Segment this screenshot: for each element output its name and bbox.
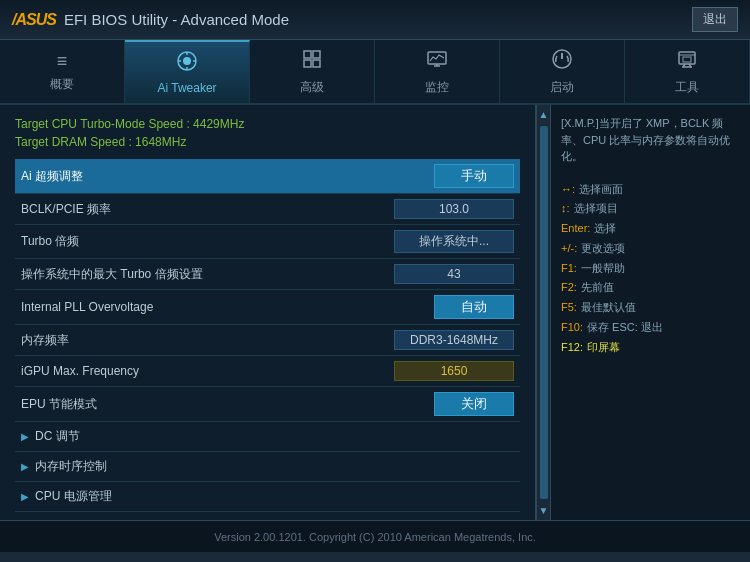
nav-bar: ≡ 概要 Ai Tweaker 高级 bbox=[0, 40, 750, 105]
turbo-ratio-row[interactable]: Turbo 倍频 操作系统中... bbox=[15, 225, 520, 259]
key-updown-desc: 选择项目 bbox=[574, 199, 618, 219]
tab-advanced[interactable]: 高级 bbox=[250, 40, 375, 103]
tab-advanced-label: 高级 bbox=[300, 79, 324, 96]
settings-list: Ai 超频调整 手动 BCLK/PCIE 频率 103.0 Turbo 倍频 操… bbox=[15, 159, 520, 512]
settings-panel: Target CPU Turbo-Mode Speed : 4429MHz Ta… bbox=[0, 105, 536, 520]
ai-overclock-row[interactable]: Ai 超频调整 手动 bbox=[15, 159, 520, 194]
key-enter: Enter: 选择 bbox=[561, 219, 740, 239]
ai-overclock-label: Ai 超频调整 bbox=[21, 168, 434, 185]
svg-rect-8 bbox=[304, 60, 311, 67]
key-f12-desc: 印屏幕 bbox=[587, 338, 620, 358]
cpu-power-expand-icon: ▶ bbox=[21, 491, 29, 502]
max-turbo-row[interactable]: 操作系统中的最大 Turbo 倍频设置 43 bbox=[15, 259, 520, 290]
key-help: ↔: 选择画面 ↕: 选择项目 Enter: 选择 +/-: 更改选项 F1: … bbox=[561, 180, 740, 358]
dc-adjust-label: DC 调节 bbox=[35, 428, 80, 445]
scroll-down-button[interactable]: ▼ bbox=[537, 501, 551, 520]
key-f2-desc: 先前值 bbox=[581, 278, 614, 298]
tab-monitor[interactable]: 监控 bbox=[375, 40, 500, 103]
xmp-info: [X.M.P.]当开启了 XMP，BCLK 频率、CPU 比率与内存参数将自动优… bbox=[561, 115, 740, 165]
svg-rect-9 bbox=[313, 60, 320, 67]
ai-tweaker-icon bbox=[176, 50, 198, 77]
tab-ai-tweaker-label: Ai Tweaker bbox=[157, 81, 216, 95]
key-f12-label: F12: bbox=[561, 338, 583, 358]
main-content: Target CPU Turbo-Mode Speed : 4429MHz Ta… bbox=[0, 105, 750, 520]
internal-pll-row[interactable]: Internal PLL Overvoltage 自动 bbox=[15, 290, 520, 325]
key-f5-label: F5: bbox=[561, 298, 577, 318]
bclk-pcie-row[interactable]: BCLK/PCIE 频率 103.0 bbox=[15, 194, 520, 225]
key-plusminus: +/-: 更改选项 bbox=[561, 239, 740, 259]
tab-monitor-label: 监控 bbox=[425, 79, 449, 96]
key-f10-desc: 保存 ESC: 退出 bbox=[587, 318, 663, 338]
dc-adjust-row[interactable]: ▶ DC 调节 bbox=[15, 422, 520, 452]
key-plusminus-label: +/-: bbox=[561, 239, 577, 259]
key-f1-desc: 一般帮助 bbox=[581, 259, 625, 279]
advanced-icon bbox=[301, 48, 323, 75]
bios-title: EFI BIOS Utility - Advanced Mode bbox=[64, 11, 289, 28]
tab-boot-label: 启动 bbox=[550, 79, 574, 96]
key-f1-label: F1: bbox=[561, 259, 577, 279]
internal-pll-label: Internal PLL Overvoltage bbox=[21, 300, 434, 314]
key-f2-label: F2: bbox=[561, 278, 577, 298]
tools-icon bbox=[676, 48, 698, 75]
mem-timing-row[interactable]: ▶ 内存时序控制 bbox=[15, 452, 520, 482]
turbo-ratio-value[interactable]: 操作系统中... bbox=[394, 230, 514, 253]
internal-pll-value[interactable]: 自动 bbox=[434, 295, 514, 319]
scrollbar[interactable]: ▲ ▼ bbox=[536, 105, 550, 520]
svg-rect-7 bbox=[313, 51, 320, 58]
logo-area: /ASUS EFI BIOS Utility - Advanced Mode bbox=[12, 11, 289, 29]
boot-icon bbox=[551, 48, 573, 75]
key-f5-desc: 最佳默认值 bbox=[581, 298, 636, 318]
scroll-thumb[interactable] bbox=[540, 126, 548, 499]
max-turbo-label: 操作系统中的最大 Turbo 倍频设置 bbox=[21, 266, 394, 283]
dc-expand-icon: ▶ bbox=[21, 431, 29, 442]
key-f2: F2: 先前值 bbox=[561, 278, 740, 298]
tab-ai-tweaker[interactable]: Ai Tweaker bbox=[125, 40, 250, 103]
igpu-freq-value[interactable]: 1650 bbox=[394, 361, 514, 381]
tab-overview-label: 概要 bbox=[50, 76, 74, 93]
svg-rect-6 bbox=[304, 51, 311, 58]
key-f12: F12: 印屏幕 bbox=[561, 338, 740, 358]
key-f5: F5: 最佳默认值 bbox=[561, 298, 740, 318]
epu-mode-label: EPU 节能模式 bbox=[21, 396, 434, 413]
cpu-power-row[interactable]: ▶ CPU 电源管理 bbox=[15, 482, 520, 512]
cpu-power-label: CPU 电源管理 bbox=[35, 488, 112, 505]
dram-speed-info: Target DRAM Speed : 1648MHz bbox=[15, 135, 520, 149]
key-plusminus-desc: 更改选项 bbox=[581, 239, 625, 259]
igpu-freq-row[interactable]: iGPU Max. Frequency 1650 bbox=[15, 356, 520, 387]
key-arrows-desc: 选择画面 bbox=[579, 180, 623, 200]
mem-timing-expand-icon: ▶ bbox=[21, 461, 29, 472]
bclk-pcie-value[interactable]: 103.0 bbox=[394, 199, 514, 219]
key-f10: F10: 保存 ESC: 退出 bbox=[561, 318, 740, 338]
mem-freq-row[interactable]: 内存频率 DDR3-1648MHz bbox=[15, 325, 520, 356]
left-section: Target CPU Turbo-Mode Speed : 4429MHz Ta… bbox=[0, 105, 550, 520]
right-panel: [X.M.P.]当开启了 XMP，BCLK 频率、CPU 比率与内存参数将自动优… bbox=[550, 105, 750, 520]
asus-logo: /ASUS bbox=[12, 11, 56, 29]
cpu-speed-info: Target CPU Turbo-Mode Speed : 4429MHz bbox=[15, 117, 520, 131]
key-enter-desc: 选择 bbox=[594, 219, 616, 239]
igpu-freq-label: iGPU Max. Frequency bbox=[21, 364, 394, 378]
epu-mode-row[interactable]: EPU 节能模式 关闭 bbox=[15, 387, 520, 422]
key-arrows-label: ↔: bbox=[561, 180, 575, 200]
scroll-up-button[interactable]: ▲ bbox=[537, 105, 551, 124]
turbo-ratio-label: Turbo 倍频 bbox=[21, 233, 394, 250]
svg-point-1 bbox=[183, 57, 191, 65]
header: /ASUS EFI BIOS Utility - Advanced Mode 退… bbox=[0, 0, 750, 40]
max-turbo-value[interactable]: 43 bbox=[394, 264, 514, 284]
key-updown-label: ↕: bbox=[561, 199, 570, 219]
tab-tools[interactable]: 工具 bbox=[625, 40, 750, 103]
epu-mode-value[interactable]: 关闭 bbox=[434, 392, 514, 416]
exit-button[interactable]: 退出 bbox=[692, 7, 738, 32]
tab-boot[interactable]: 启动 bbox=[500, 40, 625, 103]
ai-overclock-value[interactable]: 手动 bbox=[434, 164, 514, 188]
mem-freq-label: 内存频率 bbox=[21, 332, 394, 349]
mem-freq-value[interactable]: DDR3-1648MHz bbox=[394, 330, 514, 350]
svg-rect-17 bbox=[683, 57, 691, 62]
footer: Version 2.00.1201. Copyright (C) 2010 Am… bbox=[0, 520, 750, 552]
monitor-icon bbox=[426, 48, 448, 75]
key-f1: F1: 一般帮助 bbox=[561, 259, 740, 279]
key-f10-label: F10: bbox=[561, 318, 583, 338]
tab-overview[interactable]: ≡ 概要 bbox=[0, 40, 125, 103]
footer-text: Version 2.00.1201. Copyright (C) 2010 Am… bbox=[214, 531, 536, 543]
key-enter-label: Enter: bbox=[561, 219, 590, 239]
bclk-pcie-label: BCLK/PCIE 频率 bbox=[21, 201, 394, 218]
